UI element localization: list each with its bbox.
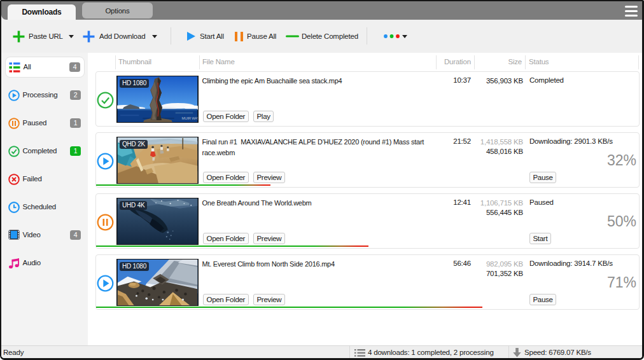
svg-text:MUIR WAY: MUIR WAY xyxy=(181,116,198,120)
